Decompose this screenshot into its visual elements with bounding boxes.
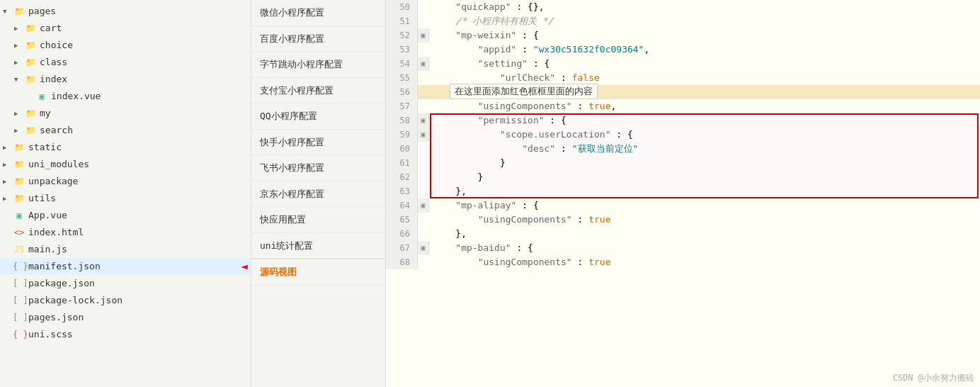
tree-arrow: ▶ xyxy=(3,140,13,155)
file-label: index.html xyxy=(28,225,248,240)
file-icon: [ ] xyxy=(13,310,25,325)
config-label: 微信小程序配置 xyxy=(260,7,324,18)
line-content: "mp-weixin" : { xyxy=(429,28,980,43)
tree-item-app-vue[interactable]: ▣ App.vue xyxy=(0,207,251,224)
tree-item-static[interactable]: ▶ 📁 static xyxy=(0,139,251,156)
line-content: } xyxy=(429,170,980,184)
tree-item-index-html[interactable]: <> index.html xyxy=(0,224,251,241)
line-number: 64 xyxy=(386,198,418,213)
tree-item-utils[interactable]: ▶ 📁 utils xyxy=(0,190,251,207)
file-icon: 📁 xyxy=(13,4,25,18)
tree-item-package-json[interactable]: [ ] package.json xyxy=(0,275,251,292)
code-line-68: 68 "usingComponents" : true xyxy=(386,255,980,269)
config-label: 百度小程序配置 xyxy=(260,33,324,44)
fold-indicator[interactable]: ▣ xyxy=(418,57,429,71)
line-number: 63 xyxy=(386,184,418,198)
line-number: 57 xyxy=(386,99,418,113)
tree-item-manifest-json[interactable]: { } manifest.json ◄ xyxy=(0,258,251,275)
file-icon: 📁 xyxy=(13,191,25,206)
file-label: my xyxy=(40,106,248,120)
line-content: "mp-alipay" : { xyxy=(429,198,980,213)
file-label: index.vue xyxy=(51,89,248,103)
tree-item-pages-json[interactable]: [ ] pages.json xyxy=(0,309,251,326)
tree-item-my[interactable]: ▶ 📁 my xyxy=(0,105,251,122)
tree-item-class[interactable]: ▶ 📁 class xyxy=(0,54,251,71)
code-line-50: 50 "quickapp" : {}, xyxy=(386,0,980,14)
config-item-uni-stat[interactable]: uni统计配置 xyxy=(251,233,385,259)
line-number: 62 xyxy=(386,170,418,184)
file-icon: <> xyxy=(13,225,25,240)
file-label: utils xyxy=(28,191,248,206)
file-label: uni.scss xyxy=(28,327,248,342)
config-label: 快应用配置 xyxy=(260,214,306,225)
tree-item-search[interactable]: ▶ 📁 search xyxy=(0,122,251,139)
fold-indicator[interactable]: ▣ xyxy=(418,113,429,128)
file-tree[interactable]: ▼ 📁 pages ▶ 📁 cart ▶ 📁 choice ▶ 📁 class … xyxy=(0,0,251,387)
line-number: 61 xyxy=(386,156,418,170)
tree-item-uni-scss[interactable]: { } uni.scss xyxy=(0,326,251,343)
line-content: "appid" : "wx30c51632f0c09364", xyxy=(429,43,980,57)
tree-item-main-js[interactable]: JS main.js xyxy=(0,241,251,258)
config-label: QQ小程序配置 xyxy=(260,111,317,121)
file-icon: JS xyxy=(13,242,25,257)
code-line-62: 62 } xyxy=(386,170,980,184)
file-icon: ▣ xyxy=(13,208,25,223)
line-number: 68 xyxy=(386,255,418,269)
config-item-kuaiapp[interactable]: 快应用配置 xyxy=(251,207,385,233)
config-item-source[interactable]: 源码视图 xyxy=(251,259,385,286)
tree-arrow: ▼ xyxy=(14,72,24,86)
config-item-baidu[interactable]: 百度小程序配置 xyxy=(251,26,385,52)
file-label: index xyxy=(40,72,248,86)
code-line-66: 66 }, xyxy=(386,227,980,241)
file-label: static xyxy=(28,140,248,155)
tree-item-index-vue[interactable]: ▣ index.vue xyxy=(0,88,251,105)
tree-arrow: ▶ xyxy=(14,106,24,120)
config-item-jingdong[interactable]: 京东小程序配置 xyxy=(251,181,385,208)
tree-arrow: ▶ xyxy=(14,55,24,69)
file-icon: 📁 xyxy=(13,157,25,172)
line-number: 53 xyxy=(386,43,418,57)
file-label: package.json xyxy=(28,276,248,291)
tree-arrow: ▶ xyxy=(14,123,24,138)
file-label: cart xyxy=(40,21,248,35)
line-content: "urlCheck" : false xyxy=(429,71,980,85)
tree-item-index[interactable]: ▼ 📁 index xyxy=(0,71,251,88)
tree-item-pages[interactable]: ▼ 📁 pages xyxy=(0,3,251,20)
config-item-kuaishou[interactable]: 快手小程序配置 xyxy=(251,130,385,156)
tree-item-choice[interactable]: ▶ 📁 choice xyxy=(0,37,251,54)
config-panel[interactable]: 微信小程序配置百度小程序配置字节跳动小程序配置支付宝小程序配置QQ小程序配置快手… xyxy=(251,0,386,387)
tree-item-uni_modules[interactable]: ▶ 📁 uni_modules xyxy=(0,156,251,173)
config-item-weixin[interactable]: 微信小程序配置 xyxy=(251,0,385,26)
fold-indicator[interactable]: ▣ xyxy=(418,28,429,43)
tree-item-package-lock-json[interactable]: [ ] package-lock.json xyxy=(0,292,251,309)
code-line-59: 59▣ "scope.userLocation" : { xyxy=(386,128,980,142)
code-line-61: 61 } xyxy=(386,156,980,170)
tree-arrow: ▶ xyxy=(3,157,13,172)
line-content: }, xyxy=(429,184,980,198)
code-line-56: 56 }, xyxy=(386,85,980,99)
config-item-alipay[interactable]: 支付宝小程序配置 xyxy=(251,78,385,104)
fold-indicator[interactable]: ▣ xyxy=(418,128,429,142)
file-icon: [ ] xyxy=(13,293,25,308)
file-icon: { } xyxy=(13,259,25,274)
fold-indicator[interactable]: ▣ xyxy=(418,198,429,213)
config-item-feishu[interactable]: 飞书小程序配置 xyxy=(251,155,385,181)
file-label: pages.json xyxy=(28,310,248,325)
line-content: }, xyxy=(429,85,980,99)
code-line-58: 58▣ "permission" : { xyxy=(386,113,980,128)
line-number: 66 xyxy=(386,227,418,241)
arrow-indicator: ◄ xyxy=(241,259,248,274)
file-label: choice xyxy=(40,38,248,52)
config-item-bytedance[interactable]: 字节跳动小程序配置 xyxy=(251,52,385,78)
tree-item-unpackage[interactable]: ▶ 📁 unpackage xyxy=(0,173,251,190)
line-number: 67 xyxy=(386,241,418,255)
file-label: unpackage xyxy=(28,174,248,189)
config-item-qq[interactable]: QQ小程序配置 xyxy=(251,103,385,130)
fold-indicator[interactable]: ▣ xyxy=(418,241,429,255)
file-icon: [ ] xyxy=(13,276,25,291)
file-icon: 📁 xyxy=(24,72,37,86)
config-label: 源码视图 xyxy=(260,267,297,277)
code-line-54: 54▣ "setting" : { xyxy=(386,57,980,71)
file-icon: 📁 xyxy=(24,123,37,138)
tree-item-cart[interactable]: ▶ 📁 cart xyxy=(0,20,251,37)
